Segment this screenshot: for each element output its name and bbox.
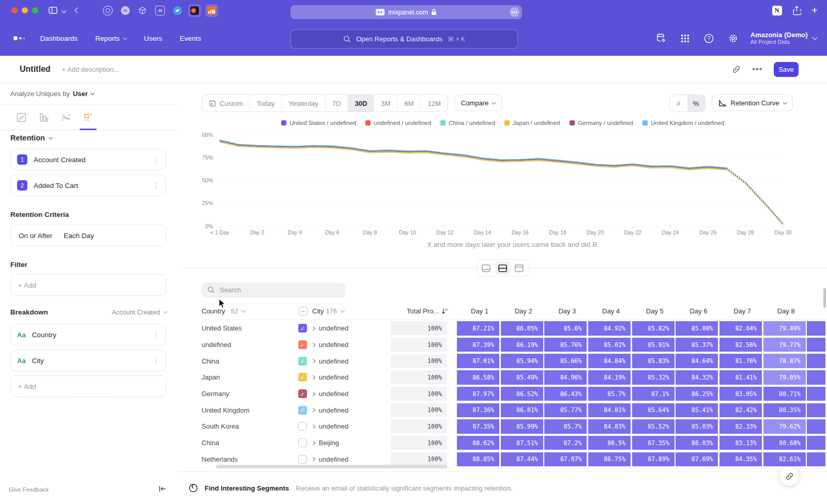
- breakdown-card-city[interactable]: Aa City ⋮: [10, 350, 166, 371]
- retention-cell[interactable]: 84.81%: [588, 403, 631, 418]
- nav-dashboards[interactable]: Dashboards: [40, 35, 78, 42]
- expand-row-icon[interactable]: [312, 425, 315, 428]
- retention-cell[interactable]: 85.37%: [676, 338, 718, 352]
- retention-cell[interactable]: 82.56%: [719, 338, 762, 352]
- range-today[interactable]: Today: [250, 95, 282, 112]
- nav-users[interactable]: Users: [144, 35, 162, 42]
- retention-cell[interactable]: 86.01%: [501, 403, 543, 418]
- expand-row-icon[interactable]: [312, 442, 315, 445]
- minimize-window-button[interactable]: [22, 7, 28, 13]
- retention-cell[interactable]: 87.07%: [544, 452, 587, 467]
- collapse-sidebar-icon[interactable]: [159, 485, 166, 494]
- legend-item[interactable]: United States / undefined: [281, 120, 356, 126]
- retention-cell[interactable]: 84.96%: [544, 370, 587, 385]
- patreon-tab[interactable]: [188, 4, 201, 17]
- retention-cell[interactable]: 87.2%: [544, 436, 587, 450]
- expand-row-icon[interactable]: [312, 327, 315, 330]
- layout-split-button[interactable]: [495, 261, 511, 275]
- back-icon[interactable]: [75, 8, 80, 12]
- retention-cell[interactable]: 82.61%: [763, 452, 806, 467]
- tab-funnels[interactable]: [33, 105, 55, 130]
- retention-cell[interactable]: 87.69%: [676, 452, 718, 467]
- range-6m[interactable]: 6M: [397, 95, 420, 112]
- table-row[interactable]: Japan✓undefined100%86.58%85.49%84.96%84.…: [202, 369, 827, 386]
- retention-cell[interactable]: 80.35%: [763, 403, 806, 418]
- day-column-header[interactable]: Day 7: [721, 307, 763, 315]
- retention-cell[interactable]: 85.08%: [676, 321, 718, 336]
- day-column-header[interactable]: Day 1: [458, 307, 501, 315]
- unit-percent-button[interactable]: %: [687, 95, 705, 112]
- retention-cell[interactable]: 83.05%: [719, 387, 762, 401]
- retention-cell[interactable]: 85.99%: [501, 419, 543, 434]
- add-breakdown-button[interactable]: + Add: [10, 375, 166, 397]
- retention-cell[interactable]: 87.89%: [632, 452, 675, 467]
- tab-insights[interactable]: [10, 105, 33, 130]
- retention-section-header[interactable]: Retention: [10, 134, 52, 142]
- retention-cell[interactable]: 84.32%: [676, 370, 718, 385]
- breakdown-scope-selector[interactable]: Account Created: [112, 309, 166, 316]
- legend-item[interactable]: China / undefined: [440, 120, 495, 126]
- row-checkbox[interactable]: [298, 455, 307, 464]
- range-12m[interactable]: 12M: [420, 95, 447, 112]
- more-actions-icon[interactable]: •••: [752, 65, 762, 74]
- horizontal-scrollbar[interactable]: [216, 465, 447, 468]
- retention-cell[interactable]: 87.39%: [457, 338, 499, 352]
- retention-cell[interactable]: 85.7%: [588, 387, 631, 401]
- retention-cell[interactable]: 79.05%: [763, 370, 806, 385]
- row-checkbox[interactable]: ✓: [298, 324, 307, 333]
- retention-cell[interactable]: 86.52%: [501, 387, 543, 401]
- breakdown-menu-icon[interactable]: ⋮: [152, 356, 160, 365]
- step-menu-icon[interactable]: ⋮: [152, 155, 160, 164]
- retention-cell[interactable]: 85.66%: [544, 354, 587, 368]
- row-checkbox[interactable]: ✓: [298, 373, 307, 382]
- retention-cell[interactable]: 84.84%: [588, 354, 631, 368]
- bird-favicon[interactable]: [173, 6, 182, 15]
- copy-link-icon[interactable]: [732, 65, 741, 74]
- mixpanel-logo[interactable]: [13, 36, 25, 40]
- day-column-header[interactable]: Day 4: [590, 307, 632, 315]
- expand-row-icon[interactable]: [312, 376, 315, 379]
- help-icon[interactable]: ?: [704, 34, 714, 43]
- segments-title[interactable]: Find Interesting Segments: [205, 484, 289, 492]
- city-column-header[interactable]: – City176: [299, 307, 392, 316]
- row-checkbox[interactable]: ✓: [298, 340, 307, 349]
- expand-row-icon[interactable]: [312, 343, 315, 346]
- retention-cell[interactable]: 87.35%: [457, 419, 499, 434]
- new-tab-icon[interactable]: +: [811, 6, 818, 15]
- vertical-scrollbar[interactable]: [823, 288, 826, 308]
- select-all-checkbox[interactable]: –: [299, 307, 308, 316]
- retention-cell[interactable]: 82.33%: [719, 419, 762, 434]
- project-switcher[interactable]: Amazonia {Demo} All Project Data: [751, 31, 817, 45]
- retention-cell[interactable]: 85.02%: [588, 338, 631, 352]
- range-custom[interactable]: Custom: [202, 95, 250, 112]
- retention-cell[interactable]: 78.87%: [763, 354, 806, 368]
- apps-grid-icon[interactable]: [681, 34, 690, 43]
- range-3m[interactable]: 3M: [374, 95, 397, 112]
- table-row[interactable]: South Koreaundefined100%87.35%85.99%85.7…: [202, 418, 827, 435]
- row-checkbox[interactable]: ✓: [298, 357, 307, 366]
- retention-criteria-card[interactable]: On or After Each Day: [10, 225, 166, 246]
- retention-cell[interactable]: 81.76%: [719, 354, 762, 368]
- retention-cell[interactable]: 85.41%: [676, 403, 718, 418]
- retention-cell[interactable]: 86.58%: [457, 370, 499, 385]
- retention-cell[interactable]: 84.83%: [588, 419, 631, 434]
- retention-cell[interactable]: 88.85%: [457, 452, 499, 467]
- save-button[interactable]: Save: [774, 62, 799, 77]
- retention-cell[interactable]: 85.77%: [544, 403, 587, 418]
- retention-cell[interactable]: 80.68%: [763, 436, 806, 450]
- retention-cell[interactable]: 87.1%: [632, 387, 675, 401]
- criteria-interval[interactable]: Each Day: [64, 232, 94, 240]
- table-row[interactable]: United States✓undefined100%87.21%86.05%8…: [202, 320, 827, 337]
- breakdown-card-country[interactable]: Aa Country ⋮: [10, 324, 166, 345]
- give-feedback-link[interactable]: Give Feedback: [9, 486, 49, 493]
- row-checkbox[interactable]: [298, 438, 307, 447]
- add-description[interactable]: + Add description...: [62, 66, 732, 73]
- chart-type-dropdown[interactable]: Retention Curve: [712, 94, 793, 111]
- unit-absolute-button[interactable]: #: [670, 95, 687, 112]
- retention-cell[interactable]: 79.49%: [763, 321, 806, 336]
- nav-reports[interactable]: Reports: [95, 35, 126, 42]
- close-window-button[interactable]: [11, 7, 18, 13]
- retention-cell[interactable]: 85.82%: [632, 321, 675, 336]
- target-favicon[interactable]: [103, 6, 113, 15]
- table-row[interactable]: China✓undefined100%87.01%85.94%85.66%84.…: [202, 353, 827, 369]
